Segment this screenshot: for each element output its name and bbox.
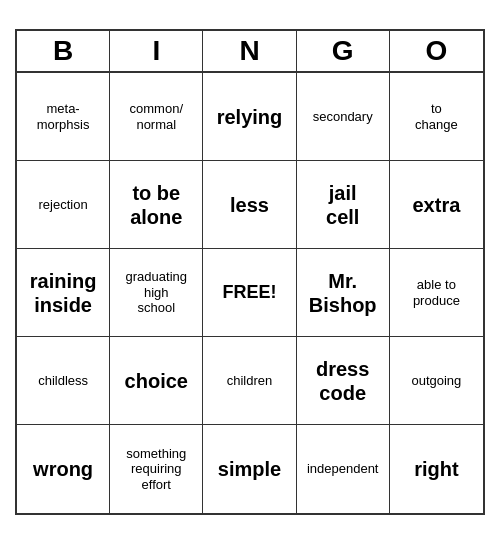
bingo-cell: Mr. Bishop bbox=[297, 249, 390, 337]
bingo-cell: something requiring effort bbox=[110, 425, 203, 513]
bingo-cell: to change bbox=[390, 73, 483, 161]
bingo-cell: jail cell bbox=[297, 161, 390, 249]
bingo-grid: meta- morphsiscommon/ normalrelyingsecon… bbox=[17, 73, 483, 513]
bingo-cell: simple bbox=[203, 425, 296, 513]
bingo-cell: choice bbox=[110, 337, 203, 425]
bingo-cell: common/ normal bbox=[110, 73, 203, 161]
bingo-cell: FREE! bbox=[203, 249, 296, 337]
bingo-cell: secondary bbox=[297, 73, 390, 161]
bingo-cell: right bbox=[390, 425, 483, 513]
bingo-cell: childless bbox=[17, 337, 110, 425]
header-letter: B bbox=[17, 31, 110, 71]
bingo-cell: children bbox=[203, 337, 296, 425]
bingo-card: BINGO meta- morphsiscommon/ normalrelyin… bbox=[15, 29, 485, 515]
header-letter: N bbox=[203, 31, 296, 71]
bingo-cell: graduating high school bbox=[110, 249, 203, 337]
header-letter: I bbox=[110, 31, 203, 71]
bingo-cell: outgoing bbox=[390, 337, 483, 425]
bingo-cell: less bbox=[203, 161, 296, 249]
bingo-cell: rejection bbox=[17, 161, 110, 249]
bingo-cell: meta- morphsis bbox=[17, 73, 110, 161]
bingo-cell: wrong bbox=[17, 425, 110, 513]
bingo-header: BINGO bbox=[17, 31, 483, 73]
bingo-cell: extra bbox=[390, 161, 483, 249]
bingo-cell: able to produce bbox=[390, 249, 483, 337]
header-letter: O bbox=[390, 31, 483, 71]
bingo-cell: relying bbox=[203, 73, 296, 161]
bingo-cell: to be alone bbox=[110, 161, 203, 249]
header-letter: G bbox=[297, 31, 390, 71]
bingo-cell: dress code bbox=[297, 337, 390, 425]
bingo-cell: raining inside bbox=[17, 249, 110, 337]
bingo-cell: independent bbox=[297, 425, 390, 513]
